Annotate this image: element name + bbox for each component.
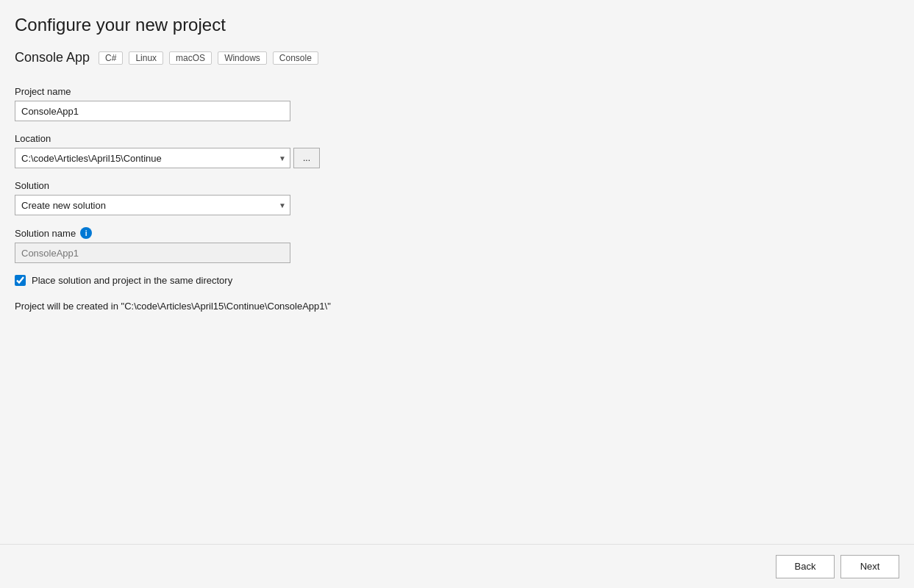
location-dropdown-wrapper: ▼ xyxy=(15,148,290,168)
same-directory-checkbox-row: Place solution and project in the same d… xyxy=(15,275,566,286)
next-button[interactable]: Next xyxy=(840,555,899,578)
same-directory-label: Place solution and project in the same d… xyxy=(32,275,232,286)
tag-linux: Linux xyxy=(129,51,163,65)
project-name-label: Project name xyxy=(15,86,566,97)
solution-name-input[interactable] xyxy=(15,243,290,263)
back-button[interactable]: Back xyxy=(776,555,835,578)
solution-name-label-row: Solution name i xyxy=(15,227,566,239)
solution-name-label: Solution name xyxy=(15,228,76,239)
solution-group: Solution Create new solution Add to exis… xyxy=(15,180,566,215)
tag-windows: Windows xyxy=(218,51,267,65)
page-title: Configure your new project xyxy=(15,15,892,35)
tag-macos: macOS xyxy=(169,51,212,65)
project-type-row: Console App C# Linux macOS Windows Conso… xyxy=(15,50,892,65)
project-type-name: Console App xyxy=(15,50,90,65)
project-name-group: Project name xyxy=(15,86,566,121)
location-label: Location xyxy=(15,133,566,144)
solution-dropdown[interactable]: Create new solution Add to existing solu… xyxy=(15,195,290,215)
solution-name-info-icon: i xyxy=(80,227,92,239)
solution-name-group: Solution name i xyxy=(15,227,566,263)
location-input-row: ▼ ... xyxy=(15,148,566,168)
location-group: Location ▼ ... xyxy=(15,133,566,168)
tag-console: Console xyxy=(273,51,318,65)
tag-csharp: C# xyxy=(99,51,123,65)
bottom-bar: Back Next xyxy=(0,544,914,588)
same-directory-checkbox[interactable] xyxy=(15,275,26,286)
project-path-info: Project will be created in "C:\code\Arti… xyxy=(15,301,566,312)
browse-button[interactable]: ... xyxy=(293,148,320,168)
solution-label: Solution xyxy=(15,180,566,191)
location-input[interactable] xyxy=(15,148,290,168)
project-name-input[interactable] xyxy=(15,101,290,121)
solution-dropdown-wrapper: Create new solution Add to existing solu… xyxy=(15,195,290,215)
form-section: Project name Location ▼ ... Solution Cre… xyxy=(15,86,566,326)
